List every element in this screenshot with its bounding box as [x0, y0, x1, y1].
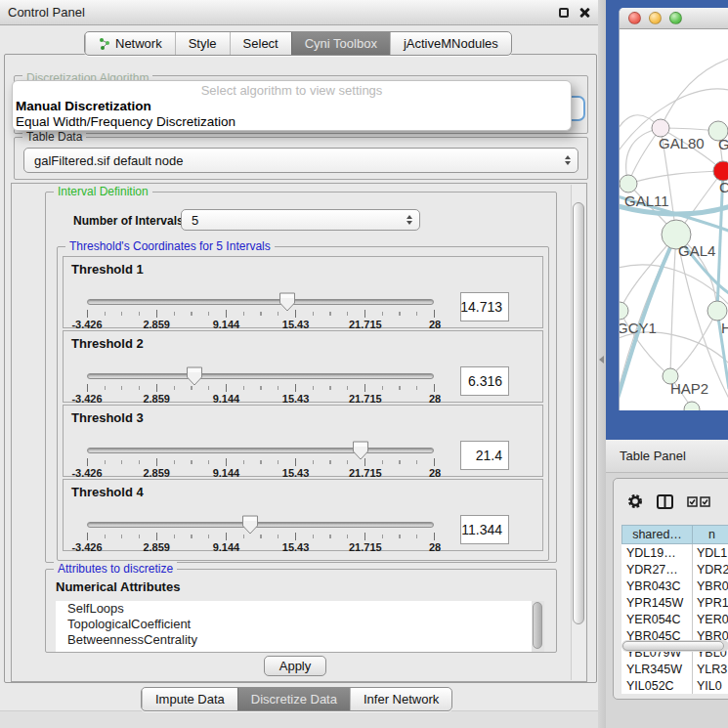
list-scrollbar[interactable]: [532, 601, 544, 652]
number-of-intervals-value: 5: [192, 213, 198, 228]
table-cell[interactable]: YLR345W: [621, 661, 693, 677]
dropdown-hint: Select algorithm to view settings: [13, 83, 571, 99]
number-of-intervals-combobox[interactable]: 5: [181, 209, 420, 231]
top-tab[interactable]: Cyni Toolbox: [291, 32, 390, 55]
table-cell[interactable]: YDL1: [693, 544, 728, 561]
threshold-label: Threshold 4: [71, 485, 144, 499]
network-edge[interactable]: [670, 311, 717, 376]
network-edge[interactable]: [628, 171, 723, 184]
network-edge[interactable]: [661, 59, 728, 128]
network-canvas[interactable]: GAL80GACGAL11GAL4GCY1HHAP2: [620, 29, 728, 410]
tick-labels-row: -3.4262.8599.14415.4321.71528: [87, 319, 435, 329]
table-row[interactable]: YDL19… YDL1: [621, 544, 728, 561]
table-toolbar: [614, 489, 728, 514]
tab-label: Select: [243, 36, 278, 51]
slider-thumb[interactable]: [278, 292, 295, 312]
stepper-arrows-icon: [565, 155, 571, 165]
table-cell[interactable]: YER0: [693, 611, 728, 627]
slider-track[interactable]: [87, 373, 434, 379]
threshold-panel: Threshold 2 -3.4262.8599.14415.4321.7152…: [63, 330, 543, 403]
scrollbar-thumb[interactable]: [622, 641, 724, 651]
network-canvas-svg[interactable]: GAL80GACGAL11GAL4GCY1HHAP2: [620, 29, 728, 410]
column-header[interactable]: shared…: [621, 525, 693, 544]
tick-label: 28: [429, 319, 441, 330]
network-node[interactable]: [707, 301, 727, 321]
table-row[interactable]: YDR27… YDR2: [621, 561, 728, 578]
gear-icon[interactable]: [627, 493, 643, 509]
data-table: shared… n YDL19… YDL1 YDR27… YDR2: [621, 525, 728, 694]
table-cell[interactable]: YPR1: [693, 594, 728, 611]
table-rows: YDL19… YDL1 YDR27… YDR2 YBR043C YBR0: [621, 544, 728, 694]
table-row[interactable]: YIL052C YIL0: [621, 677, 728, 694]
network-edge[interactable]: [670, 235, 676, 376]
dropdown-option[interactable]: Manual Discretization: [13, 99, 571, 114]
attribute-item[interactable]: BetweennessCentrality: [56, 632, 544, 648]
table-row[interactable]: YBR043C YBR0: [621, 578, 728, 594]
bottom-tab[interactable]: Impute Data: [142, 688, 237, 710]
network-node[interactable]: [684, 402, 700, 410]
vertical-scrollbar[interactable]: [571, 185, 585, 680]
group-title: Attributes to discretize: [54, 562, 177, 576]
table-cell[interactable]: YBR0: [693, 578, 728, 594]
traffic-light-close-icon[interactable]: [628, 12, 641, 24]
table-cell[interactable]: YDR27…: [621, 561, 693, 578]
table-row[interactable]: YER054C YER0: [621, 611, 728, 627]
tick-label: -3.426: [71, 393, 102, 405]
table-row[interactable]: YLR345W YLR3: [621, 661, 728, 677]
threshold-value-field[interactable]: 21.4: [460, 441, 509, 470]
collapse-arrow-icon[interactable]: [599, 356, 604, 364]
dropdown-option[interactable]: Equal Width/Frequency Discretization: [13, 114, 571, 130]
apply-button[interactable]: Apply: [264, 656, 326, 676]
network-window-titlebar[interactable]: [620, 8, 728, 29]
top-tab[interactable]: Select: [230, 32, 291, 55]
threshold-value-field[interactable]: 14.713: [460, 292, 509, 321]
network-node-label: HAP2: [670, 380, 708, 397]
column-header[interactable]: n: [693, 525, 728, 544]
slider-track[interactable]: [87, 299, 434, 305]
tick-label: 21.715: [349, 319, 382, 330]
scrollbar-thumb[interactable]: [573, 202, 584, 624]
close-icon[interactable]: [578, 7, 590, 19]
network-node[interactable]: [713, 161, 728, 181]
network-node[interactable]: [620, 175, 637, 193]
table-cell[interactable]: YLR3: [693, 661, 728, 677]
network-edge[interactable]: [628, 128, 661, 184]
table-cell[interactable]: YIL0: [693, 677, 728, 694]
tick-label: 9.144: [213, 541, 240, 553]
panel-divider[interactable]: [598, 0, 606, 728]
scrollbar-thumb[interactable]: [533, 602, 542, 649]
horizontal-scrollbar[interactable]: [621, 640, 728, 652]
table-data-combobox[interactable]: galFiltered.sif default node: [23, 148, 578, 173]
checked-checkbox-icon[interactable]: [700, 496, 710, 507]
table-cell[interactable]: YER054C: [621, 611, 693, 627]
attribute-item[interactable]: SelfLoops: [56, 601, 544, 617]
table-cell[interactable]: YBR043C: [621, 578, 693, 594]
network-node[interactable]: [620, 302, 628, 320]
slider-track[interactable]: [87, 522, 434, 528]
top-tab[interactable]: Network: [85, 32, 175, 55]
table-cell[interactable]: YIL052C: [621, 677, 693, 694]
split-columns-icon[interactable]: [657, 494, 673, 509]
slider-thumb[interactable]: [241, 515, 258, 535]
table-cell[interactable]: YPR145W: [621, 594, 693, 611]
top-tab[interactable]: Style: [175, 32, 230, 55]
checked-checkbox-icon[interactable]: [687, 496, 698, 507]
tab-label: Discretize Data: [251, 692, 337, 707]
table-cell[interactable]: YDL19…: [621, 544, 693, 561]
table-row[interactable]: YPR145W YPR1: [621, 594, 728, 611]
top-tab[interactable]: jActiveMNodules: [390, 32, 511, 55]
bottom-tab[interactable]: Infer Network: [350, 688, 451, 710]
threshold-value-field[interactable]: 11.344: [460, 515, 509, 544]
traffic-light-zoom-icon[interactable]: [669, 12, 682, 24]
table-cell[interactable]: YDR2: [693, 561, 728, 578]
traffic-light-minimize-icon[interactable]: [649, 12, 662, 24]
threshold-value-field[interactable]: 6.316: [460, 366, 509, 396]
slider-thumb[interactable]: [187, 366, 203, 386]
float-window-icon[interactable]: [559, 8, 569, 18]
slider-track[interactable]: [87, 448, 434, 453]
attribute-item[interactable]: TopologicalCoefficient: [56, 617, 544, 632]
table-panel-body: shared… n YDL19… YDL1 YDR27… YDR2: [613, 478, 728, 700]
slider-thumb[interactable]: [353, 441, 369, 460]
bottom-tab[interactable]: Discretize Data: [237, 688, 350, 710]
threshold-panel: Threshold 3 -3.4262.8599.14415.4321.7152…: [63, 405, 543, 477]
